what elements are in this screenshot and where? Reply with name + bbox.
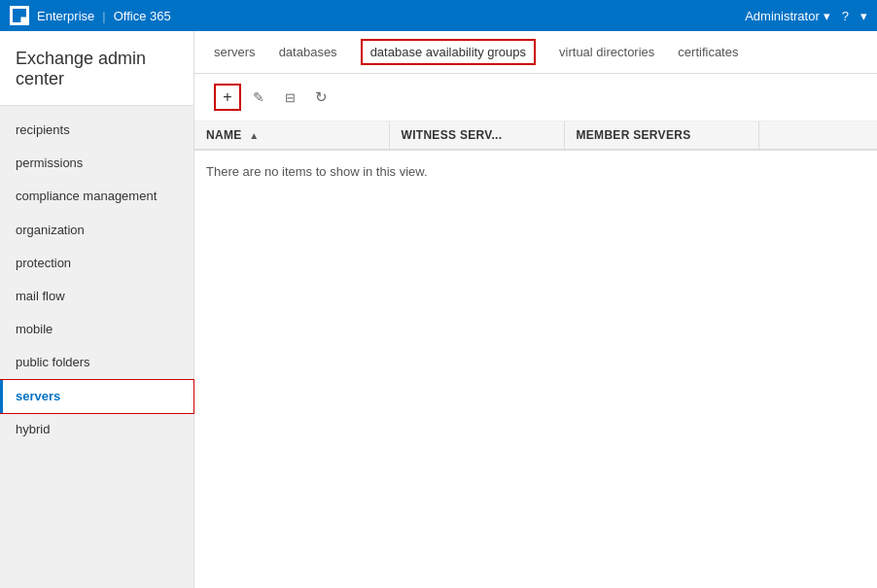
column-header-member-servers[interactable]: MEMBER SERVERS xyxy=(564,121,758,150)
content-area: servers databases database availability … xyxy=(194,31,877,588)
sidebar-item-organization[interactable]: organization xyxy=(0,214,193,247)
add-button[interactable]: + xyxy=(214,84,241,111)
tab-virtual-directories[interactable]: virtual directories xyxy=(559,35,654,69)
admin-chevron-icon: ▾ xyxy=(824,9,830,23)
empty-message: There are no items to show in this view. xyxy=(194,150,877,192)
tab-certificates[interactable]: certificates xyxy=(678,35,738,69)
toolbar: + ✎ ⊟ ↻ xyxy=(194,74,877,121)
tab-servers[interactable]: servers xyxy=(214,35,256,69)
refresh-icon: ↻ xyxy=(315,88,328,106)
sidebar-item-recipients[interactable]: recipients xyxy=(0,114,193,147)
topbar-chevron-icon[interactable]: ▾ xyxy=(860,9,867,23)
suite-name: Office 365 xyxy=(114,9,171,23)
edit-icon: ✎ xyxy=(253,89,264,105)
topbar: Enterprise | Office 365 Administrator ▾ … xyxy=(0,0,877,31)
sidebar-item-mail-flow[interactable]: mail flow xyxy=(0,280,193,313)
refresh-button[interactable]: ↻ xyxy=(307,84,334,111)
app-logo xyxy=(10,6,29,25)
topbar-left: Enterprise | Office 365 xyxy=(10,6,171,25)
help-button[interactable]: ? xyxy=(842,9,849,23)
sidebar-item-protection[interactable]: protection xyxy=(0,247,193,280)
sidebar-item-public-folders[interactable]: public folders xyxy=(0,346,193,379)
sidebar-nav: recipients permissions compliance manage… xyxy=(0,106,193,446)
topbar-right: Administrator ▾ ? ▾ xyxy=(745,9,867,23)
sidebar-item-servers[interactable]: servers xyxy=(0,380,193,413)
column-header-extra xyxy=(758,121,877,150)
sidebar-item-permissions[interactable]: permissions xyxy=(0,147,193,180)
edit-button[interactable]: ✎ xyxy=(245,84,272,111)
column-header-witness-server[interactable]: WITNESS SERV... xyxy=(389,121,564,150)
page-title: Exchange admin center xyxy=(0,31,193,106)
table-empty-row: There are no items to show in this view. xyxy=(194,150,877,192)
data-table: NAME ▲ WITNESS SERV... MEMBER SERVERS Th… xyxy=(194,121,877,192)
sort-arrow-icon: ▲ xyxy=(249,130,259,141)
tabs-bar: servers databases database availability … xyxy=(194,31,877,74)
admin-menu[interactable]: Administrator ▾ xyxy=(745,9,830,23)
table-area: NAME ▲ WITNESS SERV... MEMBER SERVERS Th… xyxy=(194,121,877,588)
delete-button[interactable]: ⊟ xyxy=(276,84,303,111)
sidebar-item-mobile[interactable]: mobile xyxy=(0,313,193,346)
delete-icon: ⊟ xyxy=(285,90,296,105)
sidebar-item-hybrid[interactable]: hybrid xyxy=(0,413,193,446)
admin-label: Administrator xyxy=(745,9,820,23)
column-header-name[interactable]: NAME ▲ xyxy=(194,121,389,150)
tab-databases[interactable]: databases xyxy=(279,35,337,69)
table-header-row: NAME ▲ WITNESS SERV... MEMBER SERVERS xyxy=(194,121,877,150)
main-layout: Exchange admin center recipients permiss… xyxy=(0,31,877,588)
tab-database-availability-groups[interactable]: database availability groups xyxy=(361,39,536,65)
sidebar-item-compliance-management[interactable]: compliance management xyxy=(0,180,193,213)
sidebar: Exchange admin center recipients permiss… xyxy=(0,31,194,588)
app-name: Enterprise xyxy=(37,9,94,23)
